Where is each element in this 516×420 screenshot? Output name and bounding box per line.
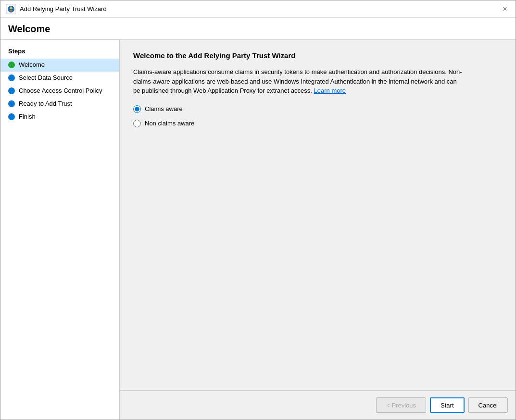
step-dot-choose-access-control [8,87,15,94]
sidebar-item-finish[interactable]: Finish [0,111,119,124]
steps-label: Steps [0,48,119,59]
learn-more-link[interactable]: Learn more [314,87,346,94]
wizard-app-icon [6,4,16,14]
description-part1: Claims-aware applications consume claims… [133,68,462,94]
title-bar: Add Relying Party Trust Wizard × [0,0,516,18]
radio-item-claims-aware[interactable]: Claims aware [133,105,502,113]
step-label-choose-access-control: Choose Access Control Policy [19,87,102,95]
description-text: Claims-aware applications consume claims… [133,67,465,96]
cancel-button[interactable]: Cancel [468,397,508,413]
radio-group: Claims aware Non claims aware [133,105,502,127]
radio-claims-aware[interactable] [133,105,141,113]
step-dot-finish [8,113,15,120]
content-area: Steps Welcome Select Data Source Choose … [0,40,516,420]
step-label-ready-to-add-trust: Ready to Add Trust [19,100,72,108]
page-title-bar: Welcome [0,18,516,40]
svg-rect-4 [9,9,13,9]
wizard-window: Add Relying Party Trust Wizard × Welcome… [0,0,516,420]
main-title: Welcome to the Add Relying Party Trust W… [133,51,502,60]
title-bar-left: Add Relying Party Trust Wizard [6,4,107,14]
radio-label-non-claims-aware: Non claims aware [145,120,194,127]
main-body: Welcome to the Add Relying Party Trust W… [120,40,516,390]
previous-button[interactable]: < Previous [376,397,426,413]
close-button[interactable]: × [498,2,512,16]
step-label-finish: Finish [19,113,36,121]
footer: < Previous Start Cancel [120,390,516,420]
radio-label-claims-aware: Claims aware [145,105,183,112]
step-dot-select-data-source [8,74,15,81]
step-label-select-data-source: Select Data Source [19,74,73,82]
step-dot-welcome [8,62,15,68]
page-title: Welcome [8,24,508,35]
sidebar-item-select-data-source[interactable]: Select Data Source [0,72,119,85]
step-label-welcome: Welcome [19,61,45,69]
radio-item-non-claims-aware[interactable]: Non claims aware [133,120,502,127]
title-bar-text: Add Relying Party Trust Wizard [20,5,107,12]
sidebar-item-welcome[interactable]: Welcome [0,59,119,72]
step-dot-ready-to-add-trust [8,100,15,107]
start-button[interactable]: Start [430,397,464,413]
svg-point-3 [10,10,12,12]
radio-non-claims-aware[interactable] [133,120,141,127]
sidebar-item-ready-to-add-trust[interactable]: Ready to Add Trust [0,98,119,111]
sidebar: Steps Welcome Select Data Source Choose … [0,40,120,420]
sidebar-item-choose-access-control[interactable]: Choose Access Control Policy [0,85,119,98]
main-content: Welcome to the Add Relying Party Trust W… [120,40,516,420]
